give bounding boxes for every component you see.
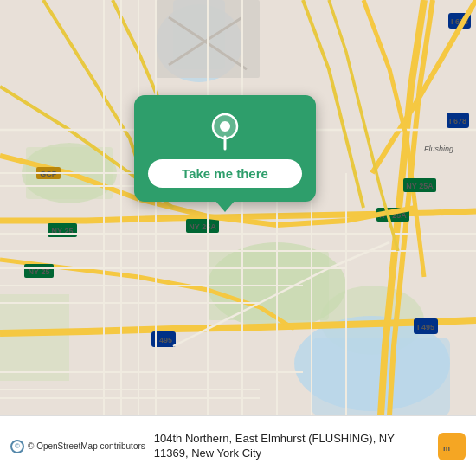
osm-text: © OpenStreetMap contributors: [28, 441, 145, 451]
popup-card: Take me there: [134, 95, 316, 202]
address-line2: 11369, New York City: [154, 447, 261, 460]
take-me-there-button[interactable]: Take me there: [148, 159, 302, 188]
moovit-logo: m: [438, 433, 466, 460]
svg-text:I 678: I 678: [449, 117, 466, 125]
svg-text:I 495: I 495: [417, 323, 434, 331]
svg-text:NY 25A: NY 25A: [189, 222, 216, 231]
moovit-m-svg: m: [442, 440, 461, 453]
svg-text:NY 25A: NY 25A: [406, 182, 434, 190]
svg-text:Flushing: Flushing: [424, 145, 453, 153]
address-line1: 104th Northern, East Elmhurst (FLUSHING)…: [154, 432, 395, 445]
moovit-icon: m: [438, 433, 466, 460]
osm-icon: ©: [10, 440, 24, 453]
info-bar: © © OpenStreetMap contributors 104th Nor…: [0, 415, 476, 476]
osm-attribution: © © OpenStreetMap contributors: [10, 440, 145, 453]
svg-rect-6: [0, 294, 69, 381]
svg-point-56: [220, 121, 230, 132]
location-pin-icon: [206, 113, 244, 151]
map-svg: I 678 I 678 NY 25 NY 25A NY 25A GCP I 49…: [0, 0, 476, 415]
map-container[interactable]: I 678 I 678 NY 25 NY 25A NY 25A GCP I 49…: [0, 0, 476, 415]
svg-text:I 495: I 495: [155, 336, 172, 344]
address-text: 104th Northern, East Elmhurst (FLUSHING)…: [154, 432, 429, 461]
svg-text:m: m: [443, 444, 450, 453]
